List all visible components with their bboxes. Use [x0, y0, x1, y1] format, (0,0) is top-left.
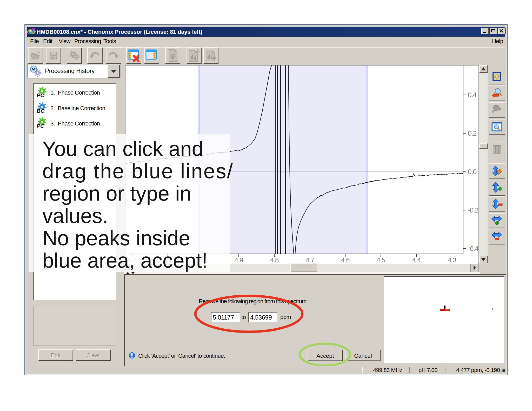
svg-text:0.0: 0.0 [468, 168, 477, 176]
svg-text:4.9: 4.9 [234, 256, 243, 264]
svg-text:4.3: 4.3 [448, 256, 456, 264]
svg-text:4.4: 4.4 [412, 256, 421, 264]
svg-text:-0.4: -0.4 [468, 245, 478, 253]
svg-text:i: i [172, 53, 174, 61]
svg-text:4.7: 4.7 [305, 256, 314, 264]
svg-text:PC: PC [37, 92, 44, 98]
svg-text:BC: BC [37, 108, 45, 114]
svg-text:0.2: 0.2 [468, 129, 477, 137]
svg-text:4.8: 4.8 [270, 256, 279, 264]
svg-text:0.4: 0.4 [468, 91, 477, 99]
svg-text:4.6: 4.6 [341, 256, 350, 264]
svg-text:4.5: 4.5 [376, 256, 385, 264]
svg-text:-0.2: -0.2 [468, 206, 478, 214]
svg-text:PC: PC [37, 123, 44, 129]
